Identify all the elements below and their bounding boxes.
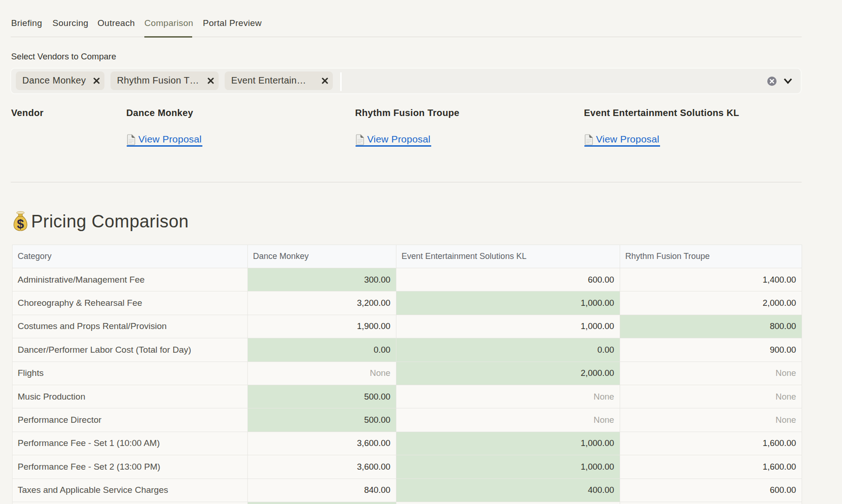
svg-text:$: $ <box>17 217 24 231</box>
